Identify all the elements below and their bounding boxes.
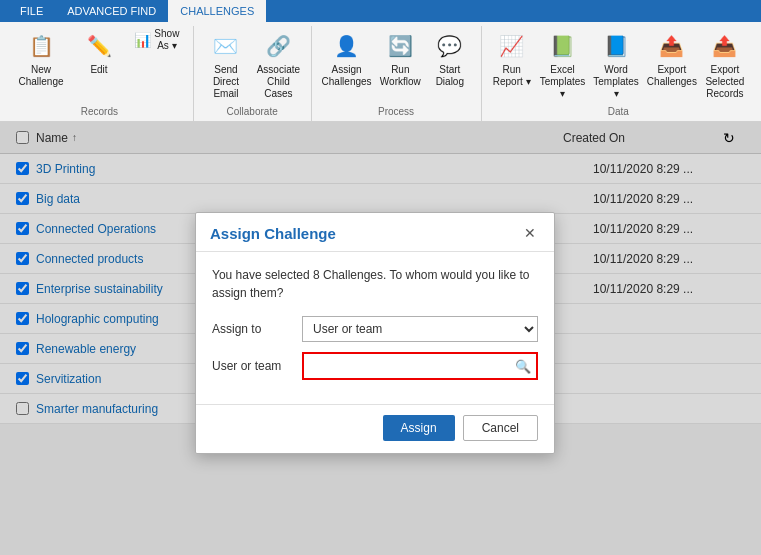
run-workflow-icon: 🔄 bbox=[384, 30, 416, 62]
show-as-icon: 📊 bbox=[134, 32, 150, 48]
tab-advanced-find[interactable]: ADVANCED FIND bbox=[55, 0, 168, 22]
start-dialog-label: StartDialog bbox=[436, 64, 464, 88]
edit-button[interactable]: ✏️ Edit bbox=[72, 26, 126, 86]
edit-icon: ✏️ bbox=[83, 30, 115, 62]
assign-button[interactable]: Assign bbox=[383, 415, 455, 441]
cancel-button[interactable]: Cancel bbox=[463, 415, 538, 441]
word-templates-label: WordTemplates ▾ bbox=[593, 64, 639, 100]
dialog-footer: Assign Cancel bbox=[196, 404, 554, 453]
main-content: Name ↑ Created On ↻ 3D Printing 10/11/20… bbox=[0, 122, 761, 555]
word-templates-button[interactable]: 📘 WordTemplates ▾ bbox=[591, 26, 641, 104]
show-as-label: Show As ▾ bbox=[153, 28, 181, 52]
assign-to-select[interactable]: User or team bbox=[302, 316, 538, 342]
data-group-label: Data bbox=[490, 104, 747, 121]
ribbon-group-data: 📈 RunReport ▾ 📗 ExcelTemplates ▾ 📘 WordT… bbox=[482, 26, 755, 121]
send-direct-email-icon: ✉️ bbox=[210, 30, 242, 62]
assign-to-field: Assign to User or team bbox=[212, 316, 538, 342]
word-templates-icon: 📘 bbox=[600, 30, 632, 62]
assign-to-label: Assign to bbox=[212, 322, 302, 336]
new-challenge-icon: 📋 bbox=[25, 30, 57, 62]
ribbon-row: 📋 NewChallenge ✏️ Edit 📊 Show As ▾ Recor… bbox=[0, 22, 761, 121]
start-dialog-button[interactable]: 💬 StartDialog bbox=[427, 26, 473, 92]
process-group-label: Process bbox=[320, 104, 473, 121]
nav-tabs: FILE ADVANCED FIND CHALLENGES bbox=[8, 0, 266, 22]
show-as-button[interactable]: 📊 Show As ▾ bbox=[130, 26, 185, 54]
run-workflow-button[interactable]: 🔄 RunWorkflow bbox=[378, 26, 424, 92]
user-or-team-input[interactable] bbox=[304, 354, 510, 378]
excel-templates-icon: 📗 bbox=[546, 30, 578, 62]
collaborate-group-label: Collaborate bbox=[202, 104, 303, 121]
edit-label: Edit bbox=[90, 64, 107, 76]
ribbon-buttons-records: 📋 NewChallenge ✏️ Edit 📊 Show As ▾ bbox=[14, 26, 185, 104]
user-or-team-search-button[interactable]: 🔍 bbox=[510, 354, 536, 378]
ribbon-buttons-process: 👤 AssignChallenges 🔄 RunWorkflow 💬 Start… bbox=[320, 26, 473, 104]
show-as-sub: 📊 Show As ▾ bbox=[130, 26, 185, 54]
excel-templates-label: ExcelTemplates ▾ bbox=[540, 64, 586, 100]
start-dialog-icon: 💬 bbox=[434, 30, 466, 62]
run-report-button[interactable]: 📈 RunReport ▾ bbox=[490, 26, 534, 92]
dialog-title: Assign Challenge bbox=[210, 225, 336, 242]
records-group-label: Records bbox=[14, 104, 185, 121]
new-challenge-button[interactable]: 📋 NewChallenge bbox=[14, 26, 68, 92]
ribbon: 📋 NewChallenge ✏️ Edit 📊 Show As ▾ Recor… bbox=[0, 22, 761, 122]
tab-challenges[interactable]: CHALLENGES bbox=[168, 0, 266, 22]
dialog-message: You have selected 8 Challenges. To whom … bbox=[212, 266, 538, 302]
dialog-title-bar: Assign Challenge ✕ bbox=[196, 213, 554, 252]
tab-file[interactable]: FILE bbox=[8, 0, 55, 22]
run-report-icon: 📈 bbox=[496, 30, 528, 62]
dialog-close-button[interactable]: ✕ bbox=[520, 223, 540, 243]
user-or-team-field: User or team 🔍 bbox=[212, 352, 538, 380]
ribbon-group-collaborate: ✉️ Send DirectEmail 🔗 Associate ChildCas… bbox=[194, 26, 312, 121]
search-icon: 🔍 bbox=[515, 359, 531, 374]
ribbon-group-records: 📋 NewChallenge ✏️ Edit 📊 Show As ▾ Recor… bbox=[6, 26, 194, 121]
export-challenges-label: ExportChallenges bbox=[647, 64, 697, 88]
excel-templates-button[interactable]: 📗 ExcelTemplates ▾ bbox=[538, 26, 588, 104]
user-or-team-label: User or team bbox=[212, 359, 302, 373]
ribbon-buttons-collaborate: ✉️ Send DirectEmail 🔗 Associate ChildCas… bbox=[202, 26, 303, 104]
new-challenge-label: NewChallenge bbox=[18, 64, 63, 88]
export-selected-button[interactable]: 📤 Export SelectedRecords bbox=[703, 26, 747, 104]
user-or-team-input-wrap: 🔍 bbox=[302, 352, 538, 380]
export-challenges-icon: 📤 bbox=[656, 30, 688, 62]
assign-challenges-button[interactable]: 👤 AssignChallenges bbox=[320, 26, 374, 92]
associate-child-icon: 🔗 bbox=[262, 30, 294, 62]
run-workflow-label: RunWorkflow bbox=[380, 64, 421, 88]
send-direct-email-button[interactable]: ✉️ Send DirectEmail bbox=[202, 26, 250, 104]
export-selected-label: Export SelectedRecords bbox=[705, 64, 745, 100]
export-challenges-button[interactable]: 📤 ExportChallenges bbox=[645, 26, 699, 92]
assign-challenges-label: AssignChallenges bbox=[322, 64, 372, 88]
associate-child-cases-button[interactable]: 🔗 Associate ChildCases bbox=[254, 26, 302, 104]
send-direct-email-label: Send DirectEmail bbox=[204, 64, 248, 100]
export-selected-icon: 📤 bbox=[709, 30, 741, 62]
dialog-body: You have selected 8 Challenges. To whom … bbox=[196, 252, 554, 400]
ribbon-buttons-data: 📈 RunReport ▾ 📗 ExcelTemplates ▾ 📘 WordT… bbox=[490, 26, 747, 104]
ribbon-group-process: 👤 AssignChallenges 🔄 RunWorkflow 💬 Start… bbox=[312, 26, 482, 121]
top-nav: FILE ADVANCED FIND CHALLENGES bbox=[0, 0, 761, 22]
run-report-label: RunReport ▾ bbox=[493, 64, 531, 88]
assign-challenge-dialog: Assign Challenge ✕ You have selected 8 C… bbox=[195, 212, 555, 454]
associate-child-label: Associate ChildCases bbox=[256, 64, 300, 100]
assign-challenges-icon: 👤 bbox=[331, 30, 363, 62]
